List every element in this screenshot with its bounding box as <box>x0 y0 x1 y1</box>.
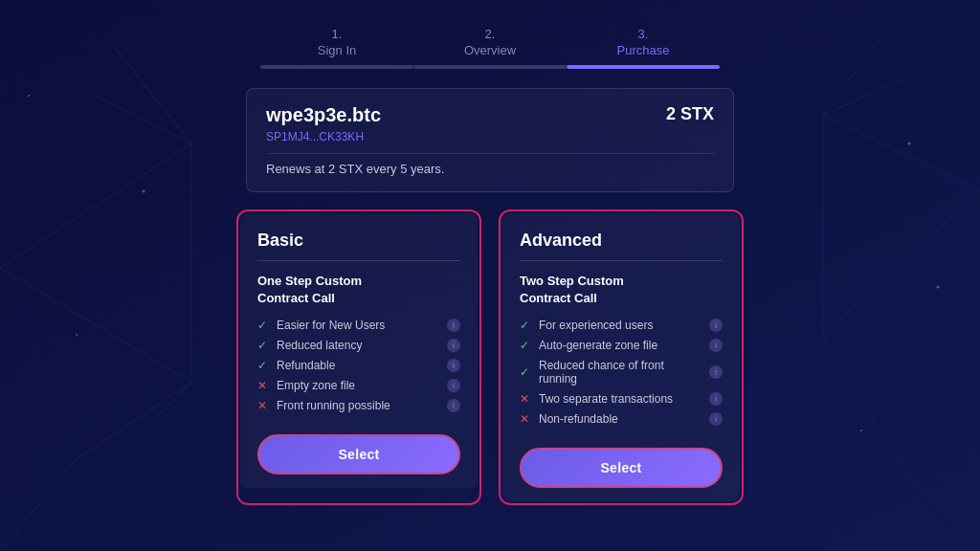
info-icon[interactable]: i <box>709 392 723 406</box>
step2-number: 2. <box>464 27 516 43</box>
step-overview: 2. Overview <box>413 27 567 69</box>
info-card: wpe3p3e.btc 2 STX SP1MJ4...CK33KH Renews… <box>246 88 734 192</box>
advanced-contract-type: Two Step CustomContract Call <box>520 273 723 307</box>
check-icon: ✓ <box>257 359 271 372</box>
step1-label: Sign In <box>318 43 356 59</box>
step-signin: 1. Sign In <box>260 27 413 69</box>
info-icon[interactable]: i <box>709 412 723 426</box>
basic-contract-type: One Step CustomContract Call <box>257 273 460 307</box>
basic-select-button[interactable]: Select <box>257 434 460 474</box>
info-icon[interactable]: i <box>447 379 460 392</box>
cross-icon: ✕ <box>257 379 271 392</box>
step1-number: 1. <box>318 27 356 43</box>
list-item: ✕ Two separate transactions i <box>520 392 723 406</box>
cross-icon: ✕ <box>520 392 533 406</box>
feature-text: Non-refundable <box>539 412 703 426</box>
stx-amount: 2 STX <box>666 104 714 124</box>
info-icon[interactable]: i <box>447 339 460 352</box>
feature-text: Auto-generate zone file <box>539 339 703 352</box>
card-divider <box>266 153 714 154</box>
basic-card-wrapper: Basic One Step CustomContract Call ✓ Eas… <box>236 209 481 505</box>
list-item: ✕ Front running possible i <box>257 399 460 412</box>
renews-text: Renews at 2 STX every 5 years. <box>266 162 714 176</box>
info-icon[interactable]: i <box>709 319 723 332</box>
advanced-select-button[interactable]: Select <box>520 448 723 488</box>
list-item: ✓ Reduced chance of front running i <box>520 359 723 386</box>
list-item: ✓ Refundable i <box>257 359 460 372</box>
info-icon[interactable]: i <box>447 359 460 372</box>
info-icon[interactable]: i <box>447 399 460 412</box>
feature-text: Empty zone file <box>277 379 441 392</box>
step2-bar <box>413 65 567 69</box>
cross-icon: ✕ <box>257 399 271 412</box>
list-item: ✓ Easier for New Users i <box>257 319 460 332</box>
feature-text: Easier for New Users <box>277 319 441 332</box>
domain-name: wpe3p3e.btc <box>266 104 381 126</box>
feature-text: For experienced users <box>539 319 703 332</box>
basic-plan-title: Basic <box>257 231 460 251</box>
list-item: ✕ Empty zone file i <box>257 379 460 392</box>
check-icon: ✓ <box>257 339 271 352</box>
advanced-plan-card: Advanced Two Step CustomContract Call ✓ … <box>502 213 740 501</box>
wallet-address: SP1MJ4...CK33KH <box>266 130 714 143</box>
info-icon[interactable]: i <box>709 365 723 379</box>
step3-label: Purchase <box>617 43 670 59</box>
feature-text: Reduced latency <box>277 339 441 352</box>
cross-icon: ✕ <box>520 412 533 426</box>
feature-text: Two separate transactions <box>539 392 703 406</box>
basic-divider <box>257 260 460 261</box>
list-item: ✓ For experienced users i <box>520 319 723 332</box>
info-icon[interactable]: i <box>447 319 460 332</box>
step2-label: Overview <box>464 43 516 59</box>
step-purchase: 3. Purchase <box>567 27 720 69</box>
step1-bar <box>260 65 413 69</box>
feature-text: Refundable <box>277 359 441 372</box>
list-item: ✕ Non-refundable i <box>520 412 723 426</box>
step3-bar <box>567 65 720 69</box>
basic-plan-card: Basic One Step CustomContract Call ✓ Eas… <box>240 213 478 488</box>
check-icon: ✓ <box>257 319 271 332</box>
feature-text: Front running possible <box>277 399 441 412</box>
plans-row: Basic One Step CustomContract Call ✓ Eas… <box>236 209 744 505</box>
advanced-plan-title: Advanced <box>520 231 723 251</box>
info-icon[interactable]: i <box>709 339 723 352</box>
check-icon: ✓ <box>520 339 533 352</box>
stepper: 1. Sign In 2. Overview 3. Purchase <box>260 27 720 69</box>
list-item: ✓ Reduced latency i <box>257 339 460 352</box>
list-item: ✓ Auto-generate zone file i <box>520 339 723 352</box>
advanced-features: ✓ For experienced users i ✓ Auto-generat… <box>520 319 723 432</box>
advanced-card-wrapper: Advanced Two Step CustomContract Call ✓ … <box>499 209 744 505</box>
basic-features: ✓ Easier for New Users i ✓ Reduced laten… <box>257 319 460 419</box>
step3-number: 3. <box>617 27 670 43</box>
feature-text: Reduced chance of front running <box>539 359 703 386</box>
check-icon: ✓ <box>520 365 533 379</box>
advanced-divider <box>520 260 723 261</box>
check-icon: ✓ <box>520 319 533 332</box>
